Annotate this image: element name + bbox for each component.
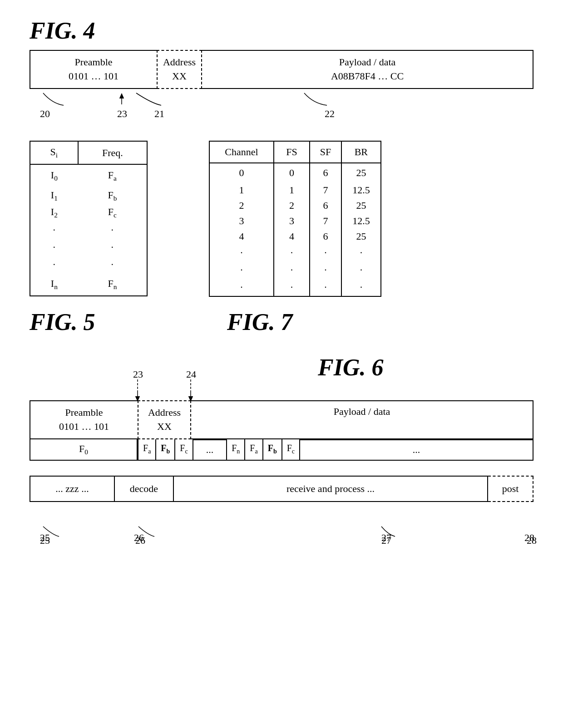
svg-text:21: 21	[154, 108, 164, 119]
table-row: I2 Fc	[30, 204, 147, 221]
fig6-freq-row: F0 Fa Fb Fc ... Fn Fa Fb Fc ...	[30, 439, 533, 461]
freq-ellipsis2: ...	[300, 439, 533, 461]
fig4-address-cell: AddressXX	[157, 50, 202, 89]
svg-text:24: 24	[186, 369, 196, 380]
table-row-dots: · ·	[30, 256, 147, 273]
table-row: 3 3 7 12.5	[209, 213, 381, 229]
fig4-payload-cell: Payload / dataA08B78F4 … CC	[202, 50, 533, 89]
timeline-area: ... zzz ... decode receive and process .…	[30, 476, 533, 502]
fig6-packet-diagram: Preamble0101 … 101 AddressXX Payload / d…	[30, 400, 533, 461]
fig4-preamble-cell: Preamble0101 … 101	[30, 50, 157, 89]
fig4-title: FIG. 4	[30, 17, 95, 44]
freq-fa: Fa	[138, 439, 156, 461]
svg-text:22: 22	[325, 108, 335, 119]
svg-text:23: 23	[117, 108, 127, 119]
label-28: 28	[524, 532, 534, 544]
label-25: 25	[40, 532, 50, 544]
table-row-dots: · ·	[30, 221, 147, 239]
table-row: I0 Fa	[30, 164, 147, 187]
fig6-preamble-cell: Preamble0101 … 101	[30, 400, 138, 439]
freq-abc-group: Fa Fb Fc	[138, 439, 193, 461]
table-row: 0 0 6 25	[209, 163, 381, 182]
table-row: 1 1 7 12.5	[209, 182, 381, 198]
post-cell: post	[488, 477, 533, 502]
channel-table: Channel FS SF BR 0 0 6 25 1 1 7 12.5 2 2	[209, 141, 381, 297]
fig6-payload-cell: Payload / data	[191, 400, 533, 439]
table-row: 4 4 6 25	[209, 229, 381, 244]
decode-cell: decode	[115, 477, 174, 502]
table-row-dots: · · · ·	[209, 244, 381, 261]
fig7-table-area: Channel FS SF BR 0 0 6 25 1 1 7 12.5 2 2	[209, 141, 381, 297]
table-row: In Fn	[30, 273, 147, 296]
table-row: 2 2 6 25	[209, 198, 381, 213]
table-row-dots: · ·	[30, 239, 147, 256]
freq-ellipsis: ...	[193, 439, 227, 461]
fig7-title: FIG. 7	[227, 309, 292, 335]
freq-fb: Fb	[156, 439, 175, 461]
label-26: 26	[134, 532, 144, 544]
receive-cell: receive and process ...	[174, 477, 488, 502]
svg-text:20: 20	[40, 108, 50, 119]
table-row-dots: · · · ·	[209, 279, 381, 296]
freq-fc: Fc	[175, 439, 193, 461]
timeline-row: ... zzz ... decode receive and process .…	[30, 477, 533, 502]
fig6-address-cell: AddressXX	[138, 400, 191, 439]
fig5-title: FIG. 5	[30, 309, 95, 335]
table-row: I1 Fb	[30, 187, 147, 204]
freq-group2: Fn Fa Fb Fc	[226, 439, 300, 461]
freq-fa2: Fa	[245, 439, 263, 461]
freq-f0: F0	[30, 439, 138, 461]
freq-fc2: Fc	[282, 439, 300, 461]
fig5-table-area: Si Freq. I0 Fa I1 Fb I2 Fc · · ·	[30, 141, 148, 296]
freq-fn: Fn	[226, 439, 245, 461]
si-freq-table: Si Freq. I0 Fa I1 Fb I2 Fc · · ·	[30, 141, 148, 296]
freq-fb2: Fb	[263, 439, 282, 461]
label-27: 27	[381, 532, 391, 544]
svg-text:23: 23	[133, 369, 143, 380]
fig4-packet-diagram: Preamble0101 … 101 AddressXX Payload / d…	[30, 50, 533, 89]
table-row-dots: · · · ·	[209, 261, 381, 279]
fig6-title: FIG. 6	[318, 354, 383, 381]
zzz-cell: ... zzz ...	[30, 477, 115, 502]
